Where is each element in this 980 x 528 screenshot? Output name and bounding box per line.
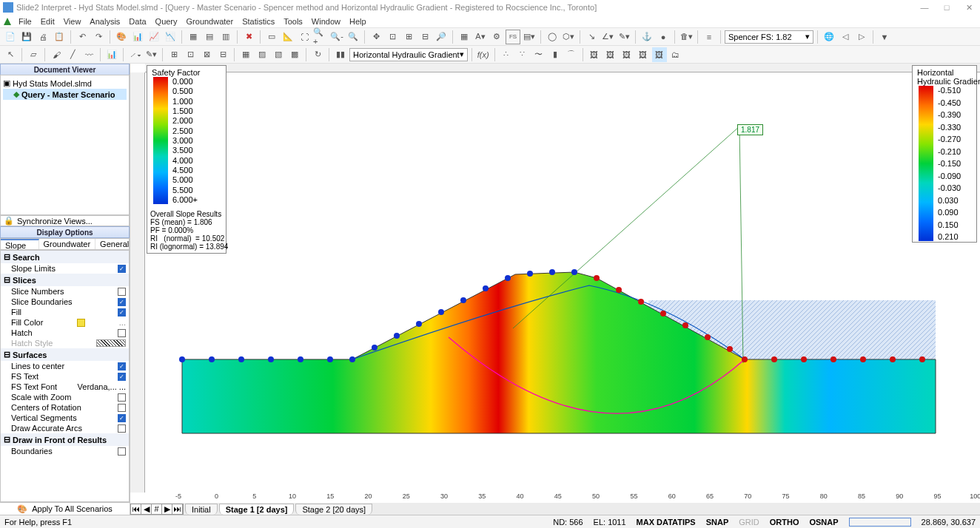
checkbox[interactable]: [118, 298, 126, 306]
table-button[interactable]: ▦: [457, 30, 471, 44]
shape-circle-button[interactable]: ◯: [545, 30, 560, 44]
contour-button[interactable]: 📊: [130, 30, 145, 44]
opt-group[interactable]: ⊟ Search: [1, 251, 129, 263]
menu-help[interactable]: Help: [345, 17, 371, 26]
menu-file[interactable]: File: [14, 17, 36, 26]
first-stage-button[interactable]: ⏮: [131, 504, 141, 514]
spline-button[interactable]: 〰: [81, 47, 96, 62]
grid2-button[interactable]: ▤: [202, 30, 217, 44]
opt-group[interactable]: ⊟ Slices: [1, 274, 129, 286]
img4-button[interactable]: 🖼: [636, 47, 651, 62]
tab-initial[interactable]: Initial: [185, 504, 218, 515]
opt-item[interactable]: Slope Limits: [1, 263, 129, 274]
graph3-button[interactable]: ⊠: [199, 47, 214, 62]
img1-button[interactable]: 🖼: [587, 47, 602, 62]
curve2-button[interactable]: ⌒: [564, 47, 579, 62]
maximize-button[interactable]: □: [936, 3, 958, 13]
document-tree[interactable]: ▣ Hyd Stats Model.slmd ◆ Query - Master …: [0, 75, 130, 215]
save-button[interactable]: 💾: [19, 30, 34, 44]
tab-general[interactable]: General: [95, 239, 134, 249]
opt-group[interactable]: ⊟ Surfaces: [1, 348, 129, 361]
opt-item[interactable]: Hatch Style: [1, 338, 129, 348]
canvas-area[interactable]: Safety Factor 0.0000.5001.0001.5002.0002…: [130, 64, 980, 515]
img5-button[interactable]: 🖼: [652, 47, 667, 62]
opt-item[interactable]: Lines to center: [1, 361, 129, 371]
dim-button[interactable]: ↘: [584, 30, 599, 44]
opt-group[interactable]: ⊟ Draw in Front of Results: [1, 433, 129, 446]
close-doc-button[interactable]: ✖: [241, 30, 256, 44]
mesh1-button[interactable]: ▦: [238, 47, 253, 62]
stack-button[interactable]: ≡: [702, 30, 716, 44]
last-stage-button[interactable]: ⏭: [172, 504, 183, 514]
status-datatips[interactable]: MAX DATATIPS: [637, 518, 696, 527]
wave-button[interactable]: 〜: [531, 47, 546, 62]
graph1-button[interactable]: ⊞: [167, 47, 181, 62]
flag2-button[interactable]: ▷: [854, 30, 869, 44]
anchor-button[interactable]: ⚓: [640, 30, 654, 44]
mesh2-button[interactable]: ▨: [255, 47, 269, 62]
hist-button[interactable]: ▮: [548, 47, 563, 62]
checkbox[interactable]: [118, 373, 126, 381]
mesh3-button[interactable]: ▧: [271, 47, 286, 62]
zoom-out-button[interactable]: 🔍-: [329, 30, 344, 44]
menu-groundwater[interactable]: Groundwater: [182, 17, 238, 26]
globe-button[interactable]: 🌐: [822, 30, 836, 44]
refresh-button[interactable]: ↻: [310, 47, 325, 62]
img3-button[interactable]: 🖼: [620, 47, 634, 62]
checkbox[interactable]: [118, 265, 126, 273]
angle-button[interactable]: ∠▾: [600, 30, 615, 44]
measure-button[interactable]: 📐: [281, 30, 295, 44]
redo-button[interactable]: ↷: [91, 30, 106, 44]
status-snap[interactable]: SNAP: [706, 518, 729, 527]
zoom-sel-button[interactable]: ⊞: [401, 30, 416, 44]
fx-button[interactable]: f(x): [476, 47, 491, 62]
settings-button[interactable]: ⚙: [489, 30, 504, 44]
next-stage-button[interactable]: ▶: [162, 504, 172, 514]
fs-selector[interactable]: Spencer FS: 1.82▾: [725, 30, 813, 44]
menu-data[interactable]: Data: [124, 17, 150, 26]
zoom-prev-button[interactable]: ⊟: [417, 30, 432, 44]
checkbox[interactable]: [118, 329, 126, 337]
prev-stage-button[interactable]: ◀: [141, 504, 152, 514]
chart3-button[interactable]: 📊: [104, 47, 119, 62]
new-button[interactable]: 📄: [3, 30, 18, 44]
menu-statistics[interactable]: Statistics: [238, 17, 279, 26]
apply-to-all-button[interactable]: 🎨 Apply To All Scenarios: [0, 502, 130, 515]
zoom-fit-button[interactable]: ⊡: [385, 30, 400, 44]
opt-item[interactable]: Vertical Segments: [1, 413, 129, 423]
opt-item[interactable]: Slice Numbers: [1, 286, 129, 297]
tab-groundwater[interactable]: Groundwater: [39, 239, 96, 249]
opt-item[interactable]: Slice Boundaries: [1, 297, 129, 307]
menu-edit[interactable]: Edit: [36, 17, 59, 26]
color-swatch[interactable]: [77, 319, 85, 327]
tree-child[interactable]: ◆ Query - Master Scenario: [3, 89, 127, 100]
checkbox[interactable]: [118, 288, 126, 296]
opt-item[interactable]: Draw Accurate Arcs: [1, 423, 129, 433]
copy-button[interactable]: 📋: [52, 30, 67, 44]
menu-view[interactable]: View: [59, 17, 86, 26]
opt-item[interactable]: Fill: [1, 307, 129, 317]
checkbox[interactable]: [118, 393, 126, 402]
checkbox[interactable]: [118, 362, 126, 370]
pan-button[interactable]: ✥: [369, 30, 383, 44]
zoom-window-button[interactable]: 🔍: [346, 30, 360, 44]
curve-button[interactable]: ⟋▾: [127, 47, 142, 62]
minimize-button[interactable]: ―: [913, 3, 936, 13]
sphere-button[interactable]: ●: [656, 30, 671, 44]
grid1-button[interactable]: ▦: [186, 30, 201, 44]
opt-item[interactable]: Scale with Zoom: [1, 392, 129, 402]
tab-stage1[interactable]: Stage 1 [2 days]: [219, 504, 295, 515]
stage-menu-button[interactable]: #: [152, 504, 162, 514]
line-button[interactable]: ╱: [65, 47, 80, 62]
zoom-all-button[interactable]: 🔎: [434, 30, 449, 44]
opt-item[interactable]: Fill Color ...: [1, 317, 129, 328]
close-button[interactable]: ✕: [958, 3, 980, 13]
poly-button[interactable]: ▱: [26, 47, 41, 62]
status-osnap[interactable]: OSNAP: [809, 518, 838, 527]
hatch-swatch[interactable]: [96, 339, 126, 347]
tab-stage2[interactable]: Stage 2 [20 days]: [295, 504, 372, 515]
opt-item[interactable]: FS Text FontVerdana,... ...: [1, 382, 129, 392]
checkbox[interactable]: [118, 424, 126, 433]
filter-button[interactable]: ▼: [877, 30, 892, 44]
img2-button[interactable]: 🖼: [603, 47, 618, 62]
